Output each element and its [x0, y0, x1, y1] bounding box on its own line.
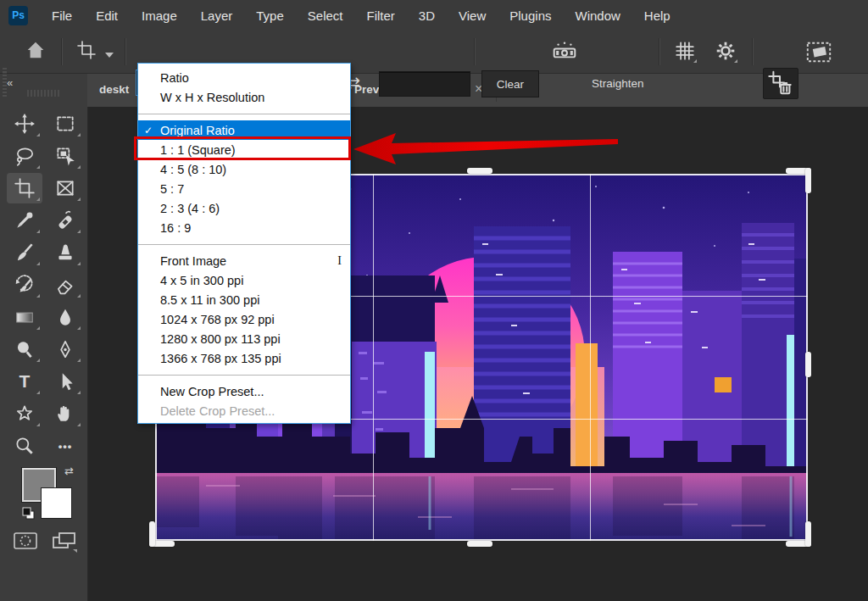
menu-separator [138, 368, 350, 381]
crop-ratio-dropdown-menu: Ratio W x H x Resolution ✓ Original Rati… [137, 63, 351, 424]
crop-grid-vline-1 [373, 174, 374, 541]
background-color-swatch[interactable] [41, 487, 72, 519]
menu-item-delete-crop-preset: Delete Crop Preset... [138, 401, 350, 420]
divider [659, 38, 660, 65]
default-colors-icon[interactable] [22, 507, 36, 520]
clone-stamp-tool[interactable] [47, 237, 83, 268]
history-brush-tool[interactable] [7, 270, 42, 300]
menu-item-16-9[interactable]: 16 : 9 [138, 218, 350, 237]
annotation-arrow [350, 129, 621, 167]
divider [752, 38, 754, 65]
options-bar: Original Ratio ⇄ Clear Straighten [0, 31, 868, 74]
lasso-tool[interactable] [7, 141, 42, 171]
menu-edit[interactable]: Edit [84, 0, 130, 31]
chevron-down-icon[interactable] [105, 53, 114, 58]
chevron-down-icon [693, 59, 697, 63]
photoshop-window: Ps File Edit Image Layer Type Select Fil… [0, 0, 868, 601]
menu-view[interactable]: View [447, 0, 498, 31]
menu-type[interactable]: Type [244, 0, 296, 31]
menu-item-front-image[interactable]: Front Image I [138, 251, 350, 270]
divider [474, 38, 476, 65]
menu-3d[interactable]: 3D [407, 0, 447, 31]
object-selection-tool[interactable] [47, 141, 83, 171]
options-bar-grip[interactable] [3, 68, 7, 97]
zoom-tool[interactable] [7, 431, 42, 461]
straighten-icon[interactable] [551, 38, 578, 64]
gradient-tool[interactable] [7, 302, 42, 332]
divider [61, 38, 63, 65]
menu-item-4x5-300ppi[interactable]: 4 x 5 in 300 ppi [138, 270, 350, 290]
quick-mask-icon[interactable] [13, 531, 38, 551]
crop-tool[interactable] [7, 173, 42, 203]
menu-file[interactable]: File [40, 0, 84, 31]
crop-handle-top-right[interactable] [805, 168, 811, 193]
photoshop-logo-icon: Ps [8, 6, 28, 25]
brush-tool[interactable] [7, 237, 42, 268]
menu-item-5-7[interactable]: 5 : 7 [138, 179, 350, 198]
menu-item-new-crop-preset[interactable]: New Crop Preset... [138, 381, 350, 401]
menu-item-4-5[interactable]: 4 : 5 (8 : 10) [138, 159, 350, 179]
spot-healing-brush-tool[interactable] [47, 205, 83, 236]
crop-preview-overlay-icon[interactable] [804, 38, 834, 66]
menu-select[interactable]: Select [296, 0, 355, 31]
divider [125, 38, 126, 65]
menu-separator [138, 107, 350, 120]
crop-handle-bottom-middle[interactable] [467, 541, 492, 547]
rectangular-marquee-tool[interactable] [47, 109, 83, 139]
crop-handle-bottom-left[interactable] [149, 521, 155, 547]
menu-help[interactable]: Help [632, 0, 682, 31]
home-icon[interactable] [24, 38, 47, 62]
menu-item-8.5x11-300ppi[interactable]: 8.5 x 11 in 300 ppi [138, 290, 350, 309]
annotation-highlight-box [134, 136, 351, 160]
tools-panel: « [0, 73, 88, 601]
crop-grid-vline-2 [590, 174, 591, 541]
dodge-tool[interactable] [7, 334, 42, 364]
menu-item-1366x768[interactable]: 1366 x 768 px 135 ppi [138, 348, 350, 368]
collapse-panel-button[interactable]: « [7, 76, 11, 89]
crop-handle-right-middle[interactable] [805, 352, 811, 377]
crop-tool-icon[interactable] [76, 40, 97, 60]
crop-height-input[interactable] [379, 71, 470, 97]
blur-tool[interactable] [47, 302, 83, 332]
menu-separator [138, 237, 350, 251]
swap-colors-icon[interactable]: ⇄ [64, 465, 74, 477]
custom-shape-tool[interactable] [7, 398, 42, 429]
menu-bar: Ps File Edit Image Layer Type Select Fil… [0, 0, 868, 31]
type-tool[interactable]: T [7, 366, 42, 397]
menu-item-wxh-resolution[interactable]: W x H x Resolution [138, 87, 350, 107]
edit-toolbar-button[interactable]: ••• [47, 431, 83, 461]
menu-item-ratio[interactable]: Ratio [138, 68, 350, 87]
eraser-tool[interactable] [47, 270, 83, 300]
shortcut-label: I [337, 254, 342, 268]
move-tool[interactable] [7, 109, 42, 139]
straighten-label[interactable]: Straighten [592, 77, 644, 90]
pen-tool[interactable] [47, 334, 83, 364]
delete-cropped-pixels-button[interactable] [763, 68, 798, 99]
panel-grip[interactable] [27, 90, 61, 97]
menu-layer[interactable]: Layer [189, 0, 245, 31]
menu-plugins[interactable]: Plugins [498, 0, 563, 31]
crop-handle-top-middle[interactable] [467, 168, 492, 174]
menu-filter[interactable]: Filter [355, 0, 407, 31]
menu-item-2-3[interactable]: 2 : 3 (4 : 6) [138, 198, 350, 218]
path-selection-tool[interactable] [47, 366, 83, 397]
document-tab-title-left[interactable]: deskt [99, 83, 129, 96]
chevron-down-icon [734, 59, 737, 63]
crop-handle-bottom-right[interactable] [805, 521, 811, 547]
menu-image[interactable]: Image [130, 0, 189, 31]
eyedropper-tool[interactable] [7, 205, 42, 236]
slice-tool[interactable] [47, 173, 83, 203]
clear-button[interactable]: Clear [481, 70, 539, 97]
checkmark-icon: ✓ [144, 125, 153, 136]
menu-window[interactable]: Window [563, 0, 632, 31]
menu-item-1024x768[interactable]: 1024 x 768 px 92 ppi [138, 309, 350, 329]
hand-tool[interactable] [47, 398, 83, 429]
screen-mode-icon[interactable] [51, 531, 78, 553]
menu-item-1280x800[interactable]: 1280 x 800 px 113 ppi [138, 329, 350, 348]
